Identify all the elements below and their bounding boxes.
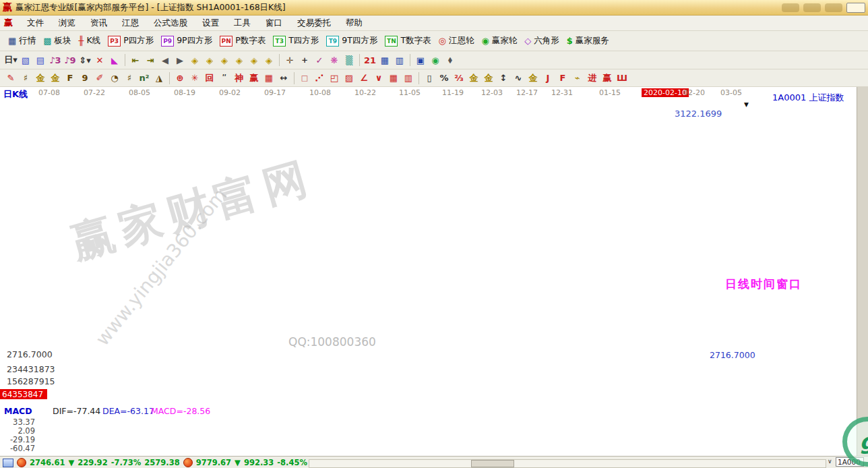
first-page-icon[interactable]: ⇤ [128, 53, 143, 67]
menu-item-9[interactable]: 交易委托 [290, 16, 338, 30]
wave-line-icon[interactable]: ∿ [511, 71, 526, 85]
v-line-icon[interactable]: ∨ [371, 71, 386, 85]
zigzag-icon[interactable]: ⌁ [570, 71, 585, 85]
vertical-range-icon[interactable]: ↕ [496, 71, 511, 85]
hatch-box-icon[interactable]: ▨ [342, 71, 356, 85]
ratio-box-icon[interactable]: ▯ [422, 71, 437, 85]
marker-icon[interactable]: ✐ [92, 71, 107, 85]
hand-tool-icon[interactable]: ✛ [282, 53, 297, 67]
toolbar-item-winner-service[interactable]: $赢家服务 [564, 34, 614, 48]
fib-tool-icon[interactable]: F [63, 71, 78, 85]
percent-tool-icon[interactable]: % [437, 71, 452, 85]
scrollbar-thumb[interactable] [471, 460, 514, 467]
measure-icon[interactable]: ✓ [312, 53, 327, 67]
toolbar-item-winner-wheel[interactable]: ◉赢家轮 [478, 34, 522, 48]
calendar-icon[interactable]: 21 [363, 53, 377, 67]
candle-zoom-icon[interactable]: ⇕▾ [78, 53, 92, 67]
menu-item-2[interactable]: 浏览 [51, 16, 83, 30]
gann-center-icon[interactable]: ⊕ [173, 71, 187, 85]
net-icon[interactable]: ▒ [342, 53, 356, 67]
market-grid-icon[interactable] [3, 459, 13, 467]
f-trend-icon[interactable]: F [555, 71, 570, 85]
delete-tool-icon[interactable]: ✕ [92, 53, 107, 67]
angle-line-icon[interactable]: ∠ [356, 71, 371, 85]
toolbar-item-kline[interactable]: ╫K线 [76, 34, 106, 48]
window-button-blur-2[interactable] [803, 3, 821, 12]
gann-diamond-3-icon[interactable]: ◈ [217, 53, 232, 67]
export-icon[interactable]: ◉ [428, 53, 443, 67]
gann-diamond-2-icon[interactable]: ◈ [202, 53, 217, 67]
width-adjust-icon[interactable]: ↔ [276, 71, 291, 85]
window-button-blur-1[interactable] [782, 3, 799, 12]
winner-tool-icon[interactable]: 赢 [247, 71, 261, 85]
rect-tool-icon[interactable]: ◻ [297, 71, 312, 85]
toolbar-item-t-square[interactable]: T3T四方形 [270, 34, 323, 48]
price-grid-icon[interactable]: ▦ [261, 71, 276, 85]
toolbar-item-9t-square[interactable]: T99T四方形 [323, 34, 382, 48]
menu-item-10[interactable]: 帮助 [338, 16, 370, 30]
calculator-icon[interactable]: ▦ [377, 53, 392, 67]
sh-index-icon[interactable] [17, 458, 26, 467]
wave-9-icon[interactable]: ♪9 [63, 53, 78, 67]
toolbar-item-gann-wheel[interactable]: ◎江恩轮 [436, 34, 479, 48]
gann-diamond-5-icon[interactable]: ◈ [247, 53, 261, 67]
period-dropdown-icon[interactable]: 日▾ [3, 53, 18, 67]
sz-index-icon[interactable] [183, 458, 193, 467]
gold-ratio-icon[interactable]: 金 [33, 71, 48, 85]
toolbar-item-t-number-table[interactable]: TNT数字表 [382, 34, 435, 48]
window-button-blur-3[interactable] [825, 3, 842, 12]
menu-item-7[interactable]: 工具 [226, 16, 258, 30]
report-icon[interactable]: ▥ [392, 53, 407, 67]
info-panel-icon[interactable]: ▤ [33, 53, 48, 67]
gann-box-icon[interactable]: 回 [202, 71, 217, 85]
gann-star-icon[interactable]: ✳ [187, 71, 202, 85]
gann-fan-icon[interactable]: ❋ [327, 53, 342, 67]
toolbar-item-quotes[interactable]: ▦行情 [5, 34, 40, 48]
menu-item-6[interactable]: 设置 [195, 16, 226, 30]
symbol-label[interactable]: 1A0001 上证指数 [772, 92, 844, 104]
toolbar-item-p-number-table[interactable]: PNP数字表 [217, 34, 270, 48]
macd-indicator-label[interactable]: MACD [4, 406, 32, 416]
menu-item-8[interactable]: 窗口 [258, 16, 290, 30]
gold-line3-icon[interactable]: 金 [526, 71, 540, 85]
menu-item-3[interactable]: 资讯 [83, 16, 115, 30]
code-caret-icon[interactable]: ∨ [828, 458, 832, 465]
w-pattern-icon[interactable]: Ш [615, 71, 629, 85]
gold-line2-icon[interactable]: 金 [481, 71, 496, 85]
nine-square-icon[interactable]: 9 [78, 71, 92, 85]
step-forward-icon[interactable]: ▶ [173, 53, 187, 67]
fraction-tool-icon[interactable]: ⅔ [452, 71, 466, 85]
fan-box-icon[interactable]: ◰ [327, 71, 342, 85]
pattern-window-icon[interactable]: ▧ [18, 53, 33, 67]
step-back-icon[interactable]: ◀ [158, 53, 173, 67]
advance-line-icon[interactable]: 进 [585, 71, 600, 85]
toolbar-item-sectors[interactable]: ▩板块 [40, 34, 75, 48]
menu-item-1[interactable]: 文件 [20, 16, 51, 30]
menu-item-5[interactable]: 公式选股 [146, 16, 195, 30]
chevron-down-icon[interactable]: ▼ [744, 101, 749, 108]
arc-tool-icon[interactable]: ◔ [107, 71, 122, 85]
minimize-button[interactable] [846, 3, 865, 13]
menu-item-4[interactable]: 江恩 [115, 16, 146, 30]
toolbar-item-hexagon[interactable]: ◇六角形 [522, 34, 564, 48]
gann-diamond-6-icon[interactable]: ◈ [261, 53, 276, 67]
rays-tool-icon[interactable]: ⋰ [312, 71, 327, 85]
gann-diamond-1-icon[interactable]: ◈ [187, 53, 202, 67]
j-trend-icon[interactable]: J [540, 71, 555, 85]
grid2-lines-icon[interactable]: ♯ [122, 71, 137, 85]
double-tick-icon[interactable]: ʺ [217, 71, 232, 85]
grid-lines-icon[interactable]: ♯ [18, 71, 33, 85]
draw-pencil-icon[interactable]: ✎ [3, 71, 18, 85]
gann-diamond-4-icon[interactable]: ◈ [232, 53, 247, 67]
magic-tool-icon[interactable]: 神 [232, 71, 247, 85]
square-number-icon[interactable]: n² [137, 71, 152, 85]
toolbar-item-p-square[interactable]: P3P四方形 [105, 34, 158, 48]
crosshair-icon[interactable]: ＋ [297, 53, 312, 67]
gold-ratio2-icon[interactable]: 金 [48, 71, 63, 85]
win-line-icon[interactable]: 赢 [600, 71, 615, 85]
grid-box2-icon[interactable]: ▥ [401, 71, 416, 85]
gold-line-icon[interactable]: 金 [466, 71, 481, 85]
wave-3-icon[interactable]: ♪3 [48, 53, 63, 67]
toolbar-item-9p-square[interactable]: P99P四方形 [158, 34, 217, 48]
upload-icon[interactable]: ⬧ [443, 53, 458, 67]
